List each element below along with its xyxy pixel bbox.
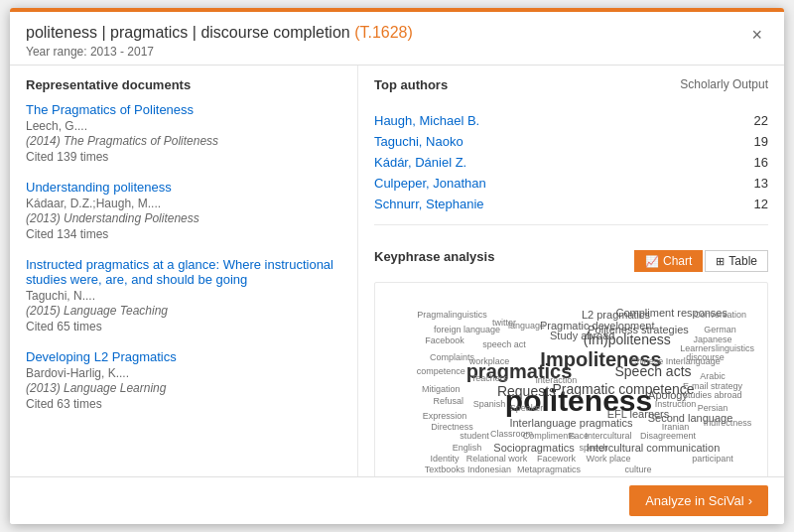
- word-cloud-word: Work place: [587, 454, 631, 464]
- table-button[interactable]: ⊞ Table: [705, 250, 768, 272]
- word-cloud-word: student: [460, 431, 489, 441]
- word-cloud-word: Intercultural communication: [587, 442, 721, 454]
- chart-button[interactable]: 📈 Chart: [634, 250, 703, 272]
- word-cloud-word: workplace: [469, 356, 510, 366]
- word-cloud-word: language: [508, 321, 545, 331]
- author-count-1: 22: [754, 113, 768, 128]
- word-cloud-word: Facebook: [425, 335, 464, 345]
- word-cloud-word: Requests: [497, 383, 556, 399]
- document-link-2[interactable]: Understanding politeness: [26, 180, 172, 195]
- keyphrase-section: Keyphrase analysis 📈 Chart ⊞ Table: [374, 249, 768, 476]
- author-row-2: Taguchi, Naoko 19: [374, 131, 768, 152]
- document-link-4[interactable]: Developing L2 Pragmatics: [26, 349, 177, 364]
- section-divider: [374, 224, 768, 225]
- document-item-3: Instructed pragmatics at a glance: Where…: [26, 257, 341, 333]
- author-row-3: Kádár, Dániel Z. 16: [374, 152, 768, 173]
- right-panel: Top authors Scholarly Output Haugh, Mich…: [358, 66, 784, 476]
- word-cloud-word: Interlanguage pragmatics: [509, 417, 632, 429]
- analyze-arrow: ›: [748, 493, 752, 508]
- word-cloud-word: Spanish: [473, 399, 506, 409]
- documents-section-title: Representative documents: [26, 77, 341, 92]
- document-item-1: The Pragmatics of Politeness Leech, G...…: [26, 102, 341, 164]
- title-code: (T.1628): [354, 24, 413, 41]
- top-authors-title: Top authors: [374, 77, 448, 92]
- author-row-5: Schnurr, Stephanie 12: [374, 194, 768, 214]
- document-year-title-1: (2014) The Pragmatics of Politeness: [26, 134, 341, 148]
- word-cloud-word: interaction: [536, 375, 578, 385]
- left-panel: Representative documents The Pragmatics …: [10, 66, 358, 476]
- word-cloud-word: Pragmalinguistics: [417, 310, 487, 320]
- analyze-label: Analyze in SciVal: [645, 493, 743, 508]
- document-year-title-2: (2013) Understanding Politeness: [26, 211, 341, 225]
- analyze-button[interactable]: Analyze in SciVal ›: [629, 485, 768, 516]
- document-item-2: Understanding politeness Kádaar, D.Z.;Ha…: [26, 180, 341, 241]
- modal-body: Representative documents The Pragmatics …: [10, 66, 784, 476]
- header-text-block: politeness | pragmatics | discourse comp…: [26, 24, 413, 59]
- word-cloud-word: discourse: [686, 352, 725, 362]
- word-cloud-word: Indirectness: [704, 418, 752, 428]
- word-cloud-word: Facework: [537, 454, 576, 464]
- word-cloud-word: foreign language: [434, 325, 500, 334]
- word-cloud-word: Sociopragmatics: [493, 442, 574, 454]
- word-cloud-word: Teachers: [471, 373, 508, 383]
- document-year-title-3: (2015) Language Teaching: [26, 304, 341, 318]
- modal-footer: Analyze in SciVal ›: [10, 476, 784, 524]
- author-count-2: 19: [754, 134, 768, 149]
- author-link-2[interactable]: Taguchi, Naoko: [374, 134, 463, 149]
- document-cited-2: Cited 134 times: [26, 227, 341, 241]
- word-cloud-word: linguistics: [716, 343, 754, 353]
- document-cited-3: Cited 65 times: [26, 320, 341, 333]
- word-cloud-word: Disagreement: [640, 431, 696, 441]
- document-author-3: Taguchi, N....: [26, 289, 341, 303]
- word-cloud-word: Textbooks: [425, 465, 465, 474]
- word-cloud-word: Relational work: [466, 454, 528, 464]
- author-count-5: 12: [754, 197, 768, 211]
- document-author-2: Kádaar, D.Z.;Haugh, M....: [26, 197, 341, 210]
- word-cloud-word: Intercultural: [585, 431, 631, 441]
- author-link-3[interactable]: Kádár, Dániel Z.: [374, 155, 466, 170]
- word-cloud-word: English: [453, 443, 482, 453]
- document-year-title-4: (2013) Language Learning: [26, 381, 341, 395]
- document-link-3[interactable]: Instructed pragmatics at a glance: Where…: [26, 257, 333, 287]
- chart-table-buttons: 📈 Chart ⊞ Table: [634, 250, 768, 272]
- word-cloud-inner: politenesspragmaticsImpoliteness(Im)poli…: [385, 293, 757, 476]
- word-cloud-word: participant: [692, 454, 733, 464]
- word-cloud-word: speech act: [482, 339, 526, 349]
- title-text: politeness | pragmatics | discourse comp…: [26, 24, 350, 41]
- chart-icon: 📈: [645, 255, 659, 268]
- word-cloud-word: Study abroad: [550, 330, 614, 341]
- scholarly-output-label: Scholarly Output: [680, 77, 768, 102]
- word-cloud-word: E-mail strategy: [683, 381, 742, 391]
- table-label: Table: [728, 254, 757, 268]
- word-cloud-word: Expression: [423, 411, 467, 421]
- document-link-1[interactable]: The Pragmatics of Politeness: [26, 102, 194, 117]
- modal-header: politeness | pragmatics | discourse comp…: [10, 12, 784, 66]
- author-row-1: Haugh, Michael B. 22: [374, 110, 768, 131]
- word-cloud-word: Complaints: [430, 352, 474, 362]
- word-cloud-word: culture: [624, 465, 651, 474]
- authors-header: Top authors Scholarly Output: [374, 77, 768, 102]
- document-cited-1: Cited 139 times: [26, 150, 341, 164]
- author-link-5[interactable]: Schnurr, Stephanie: [374, 197, 484, 211]
- modal-container: politeness | pragmatics | discourse comp…: [10, 8, 784, 524]
- word-cloud-word: Metapragmatics: [517, 465, 581, 474]
- word-cloud-word: Indonesian: [467, 465, 511, 474]
- year-range: Year range: 2013 - 2017: [26, 45, 413, 59]
- document-cited-4: Cited 63 times: [26, 397, 341, 411]
- author-count-3: 16: [754, 155, 768, 170]
- close-button[interactable]: ×: [745, 24, 768, 46]
- word-cloud-word: Identity: [430, 454, 459, 464]
- document-author-4: Bardovi-Harlig, K....: [26, 366, 341, 380]
- keyphrase-header: Keyphrase analysis 📈 Chart ⊞ Table: [374, 249, 768, 274]
- modal-title: politeness | pragmatics | discourse comp…: [26, 24, 413, 42]
- document-author-1: Leech, G....: [26, 119, 341, 133]
- author-count-4: 13: [754, 176, 768, 191]
- chart-label: Chart: [663, 254, 692, 268]
- top-authors-section: Top authors Scholarly Output Haugh, Mich…: [374, 77, 768, 214]
- author-link-1[interactable]: Haugh, Michael B.: [374, 113, 479, 128]
- table-icon: ⊞: [716, 255, 725, 268]
- keyphrase-title: Keyphrase analysis: [374, 249, 494, 264]
- word-cloud-word: Compliments: [523, 431, 576, 441]
- word-cloud-word: Refusal: [433, 396, 463, 406]
- author-link-4[interactable]: Culpeper, Jonathan: [374, 176, 486, 191]
